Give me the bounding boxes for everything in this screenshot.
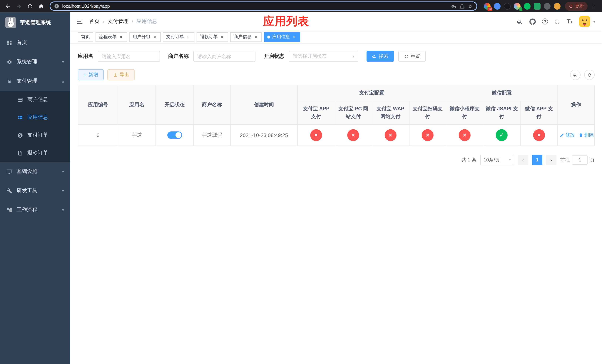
delete-button[interactable]: 删除 — [579, 132, 594, 139]
font-size-icon[interactable]: TT — [567, 19, 573, 24]
search-form: 应用名 商户名称 开启状态 请选择开启状态 ▾ — [78, 51, 595, 62]
tab-home[interactable]: 首页 — [78, 32, 93, 42]
alipay-app-status-icon: × — [310, 129, 322, 141]
profile-avatar-icon[interactable] — [554, 3, 560, 10]
browser-back-button[interactable] — [3, 1, 13, 11]
help-icon[interactable]: ? — [542, 19, 548, 24]
page-size-select[interactable]: 10条/页 ▾ — [480, 155, 514, 165]
browser-forward-button[interactable] — [14, 1, 24, 11]
chevron-down-icon: ▾ — [62, 188, 64, 193]
grid-icon — [17, 115, 23, 120]
share-icon[interactable] — [460, 3, 465, 9]
browser-reload-button[interactable] — [25, 1, 35, 11]
close-icon[interactable]: × — [152, 34, 157, 39]
page-content: 应用名 商户名称 开启状态 请选择开启状态 ▾ — [70, 43, 602, 172]
prev-page-button[interactable]: ‹ — [518, 155, 528, 165]
sidebar-item-workflow[interactable]: 工作流程 ▾ — [0, 200, 70, 220]
extension-icon[interactable] — [524, 3, 531, 10]
sidebar-item-app-info[interactable]: 应用信息 — [0, 108, 70, 126]
column-header-alipay-qr: 支付宝扫码支付 — [409, 101, 446, 124]
sidebar-item-infrastructure[interactable]: 基础设施 ▾ — [0, 162, 70, 181]
sidebar-item-home[interactable]: 首页 — [0, 33, 70, 52]
tags-view: 首页 流程表单 × 用户分组 × 支付订单 × 退款订单 × — [70, 31, 602, 43]
site-info-icon[interactable] — [54, 3, 59, 9]
next-page-button[interactable]: › — [546, 155, 557, 165]
wechat-app-status-icon: × — [533, 129, 545, 141]
tab-pay-order[interactable]: 支付订单 × — [163, 32, 194, 42]
hamburger-icon[interactable] — [76, 18, 83, 25]
sidebar-item-payment[interactable]: ¥ 支付管理 ▴ — [0, 72, 70, 91]
browser-home-button[interactable] — [36, 1, 46, 11]
browser-menu-icon[interactable]: ⋮ — [589, 3, 599, 10]
address-bar[interactable]: localhost:1024/pay/app — [50, 1, 477, 11]
reset-button[interactable]: 重置 — [398, 51, 426, 62]
payment-submenu: 商户信息 应用信息 支付订单 — [0, 91, 70, 162]
page-title: 应用列表 — [263, 14, 309, 29]
tab-refund-order[interactable]: 退款订单 × — [197, 32, 228, 42]
extension-icon[interactable] — [534, 3, 540, 10]
cell-merchant: 芋道源码 — [194, 125, 230, 146]
extension-icon[interactable] — [494, 3, 501, 10]
browser-update-button[interactable]: 更新 — [565, 2, 588, 11]
merchant-name-label: 商户名称 — [168, 53, 189, 60]
chevron-down-icon: ▾ — [509, 158, 511, 162]
toggle-search-button[interactable] — [570, 70, 580, 80]
logo-row[interactable]: 芋道管理系统 — [0, 12, 70, 33]
extension-icon[interactable]: 10 — [484, 3, 491, 10]
close-icon[interactable]: × — [292, 34, 297, 39]
breadcrumb-home[interactable]: 首页 — [89, 18, 100, 25]
close-icon[interactable]: × — [253, 34, 258, 39]
goto-label: 前往 — [560, 157, 570, 163]
workflow-icon — [6, 207, 13, 213]
avatar — [579, 16, 590, 27]
refresh-table-button[interactable] — [584, 70, 595, 80]
fullscreen-icon[interactable] — [554, 18, 560, 25]
extension-icon[interactable]: 1 — [514, 3, 521, 10]
credit-card-icon — [17, 97, 23, 102]
export-button[interactable]: 导出 — [107, 69, 135, 80]
page-number-button[interactable]: 1 — [532, 155, 542, 165]
browser-toolbar: localhost:1024/pay/app 10 1 — [0, 0, 602, 12]
group-header-wechat: 微信配置 — [446, 85, 557, 101]
search-icon[interactable] — [517, 18, 523, 25]
cell-app-id: 6 — [78, 125, 118, 146]
table-row: 6 芋道 芋道源码 2021-10-23 08:49:25 × × × × × — [78, 125, 594, 146]
status-label: 开启状态 — [264, 53, 284, 60]
url-text[interactable]: localhost:1024/pay/app — [62, 3, 448, 9]
sidebar-item-system[interactable]: 系统管理 ▾ — [0, 52, 70, 72]
sidebar-item-pay-order[interactable]: 支付订单 — [0, 126, 70, 144]
extension-icon[interactable] — [504, 3, 511, 10]
sidebar-item-merchant-info[interactable]: 商户信息 — [0, 91, 70, 108]
chevron-down-icon: ▾ — [62, 169, 64, 174]
logo-avatar — [5, 17, 16, 28]
breadcrumb-current: 应用信息 — [137, 18, 157, 25]
search-button[interactable]: 搜索 — [366, 51, 394, 62]
caret-down-icon: ▼ — [592, 20, 596, 23]
breadcrumb-payment[interactable]: 支付管理 — [108, 18, 129, 25]
goto-page-input[interactable] — [572, 155, 588, 165]
password-key-icon[interactable] — [451, 3, 456, 9]
bookmark-star-icon[interactable] — [468, 3, 473, 9]
status-select[interactable]: 请选择开启状态 ▾ — [289, 51, 358, 62]
table-toolbar: + 新增 导出 — [78, 69, 595, 80]
github-icon[interactable] — [529, 18, 536, 25]
user-menu[interactable]: ▼ — [579, 16, 596, 27]
sidebar-item-refund-order[interactable]: 退款订单 — [0, 144, 70, 162]
sidebar-item-dev-tools[interactable]: 研发工具 ▾ — [0, 181, 70, 200]
edit-button[interactable]: 修改 — [560, 132, 575, 139]
tab-user-group[interactable]: 用户分组 × — [129, 32, 161, 42]
add-button[interactable]: + 新增 — [78, 69, 104, 80]
tab-app-info[interactable]: 应用信息 × — [264, 32, 300, 42]
pagination: 共 1 条 10条/页 ▾ ‹ 1 › 前往 页 — [78, 155, 595, 165]
close-icon[interactable]: × — [220, 34, 225, 39]
tab-merchant-info[interactable]: 商户信息 × — [230, 32, 262, 42]
close-icon[interactable]: × — [118, 34, 124, 39]
column-header-actions: 操作 — [557, 85, 594, 125]
tab-process-form[interactable]: 流程表单 × — [96, 32, 127, 42]
close-icon[interactable]: × — [186, 34, 191, 39]
extensions-puzzle-icon[interactable] — [544, 3, 550, 10]
column-header-wechat-mini: 微信小程序支付 — [446, 101, 483, 124]
merchant-name-input[interactable] — [193, 51, 256, 62]
app-name-input[interactable] — [98, 51, 160, 62]
status-switch[interactable] — [167, 131, 182, 139]
